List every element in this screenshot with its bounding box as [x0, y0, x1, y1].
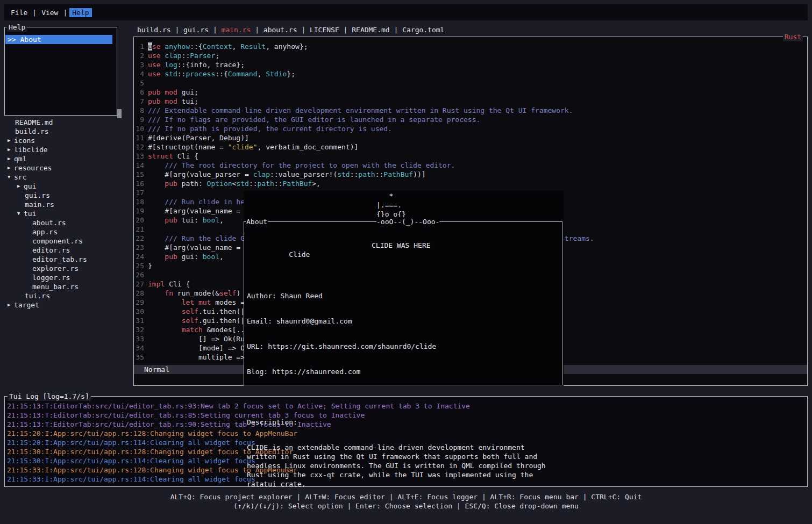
line-number: 7: [134, 97, 144, 106]
explorer-scrollbar-thumb[interactable]: [117, 109, 122, 118]
tab-separator: |: [390, 25, 402, 35]
line-number: 2: [134, 51, 144, 60]
tree-item-main-rs[interactable]: main.rs: [4, 200, 128, 209]
code-text: /// If no flags are provided, the GUI ed…: [148, 115, 480, 124]
tree-item-resources[interactable]: ▶resources: [4, 163, 128, 173]
line-number: 34: [134, 343, 144, 353]
line-number: 13: [134, 152, 144, 161]
help-menu-list: >> About: [5, 35, 117, 44]
line-number: 16: [134, 179, 144, 188]
code-text: #[arg(value_parser = clap::value_parser!…: [148, 170, 426, 179]
tab-about-rs[interactable]: about.rs: [263, 25, 297, 35]
line-number: 17: [134, 188, 144, 197]
tab-build-rs[interactable]: build.rs: [137, 25, 171, 35]
ascii-art-line: |.===.: [376, 200, 406, 210]
tree-item-component-rs[interactable]: component.rs: [4, 236, 128, 246]
tree-item-readme-md[interactable]: README.md: [4, 118, 128, 127]
about-description-heading: Description:: [247, 418, 559, 427]
about-email: Email: shaunrd0@gmail.com: [247, 317, 559, 326]
chevron-right-icon: ▶: [8, 154, 14, 163]
menu-separator: |: [32, 9, 37, 17]
tree-item-src[interactable]: ▼src: [4, 173, 128, 182]
line-number: 18: [134, 197, 144, 206]
tree-item-label: tui: [24, 209, 36, 218]
menu-separator: |: [63, 9, 67, 17]
line-number: 8: [134, 106, 144, 115]
tree-item-build-rs[interactable]: build.rs: [4, 127, 128, 136]
code-text: /// The root directory for the project t…: [148, 161, 455, 170]
tab-gui-rs[interactable]: gui.rs: [183, 25, 209, 35]
tree-item-label: component.rs: [32, 236, 83, 246]
tree-item-editor_tab-rs[interactable]: editor_tab.rs: [4, 255, 128, 264]
menu-item-help[interactable]: Help: [69, 8, 91, 17]
line-number: 25: [134, 261, 144, 270]
code-text: }: [148, 261, 152, 270]
tree-item-qml[interactable]: ▶qml: [4, 154, 128, 163]
code-line: 14 /// The root directory for the projec…: [134, 161, 807, 170]
line-number: 32: [134, 325, 144, 334]
menu-bar-items: File|View|Help: [8, 8, 92, 17]
file-tree: README.mdbuild.rs▶icons▶libclide▶qml▶res…: [4, 118, 128, 310]
line-number: 35: [134, 353, 144, 362]
code-text: match &modes[..] {: [148, 325, 258, 334]
line-number: 33: [134, 334, 144, 343]
tree-item-label: resources: [14, 163, 52, 173]
about-description-line: CLIDE is an extendable command-line driv…: [247, 443, 559, 452]
code-line: 7pub mod tui;: [134, 97, 807, 106]
tree-item-about-rs[interactable]: about.rs: [4, 218, 128, 227]
code-text: use log::{info, trace};: [148, 60, 245, 69]
line-number: 12: [134, 142, 144, 152]
mode-label: Normal: [144, 365, 169, 374]
tree-item-tui[interactable]: ▼tui: [4, 209, 128, 218]
tree-item-tui-rs[interactable]: tui.rs: [4, 291, 128, 300]
help-panel: Help >> About: [4, 27, 117, 116]
tree-item-label: icons: [14, 136, 35, 145]
tree-item-explorer-rs[interactable]: explorer.rs: [4, 264, 128, 273]
tab-separator: |: [251, 25, 263, 35]
about-description-line: Rust using the cxx-qt crate, while the T…: [247, 470, 559, 479]
menu-item-file[interactable]: File: [8, 8, 30, 17]
tab-cargo-toml[interactable]: Cargo.toml: [402, 25, 444, 35]
chevron-right-icon: ▶: [8, 145, 14, 154]
tree-item-app-rs[interactable]: app.rs: [4, 227, 128, 236]
tree-item-logger-rs[interactable]: logger.rs: [4, 273, 128, 282]
code-text: #[structopt(name = "clide", verbatim_doc…: [148, 142, 358, 152]
tree-item-label: explorer.rs: [32, 264, 79, 273]
tree-item-menu_bar-rs[interactable]: menu_bar.rs: [4, 282, 128, 291]
code-text: pub gui: bool,: [148, 252, 224, 261]
tree-item-gui[interactable]: ▶gui: [4, 182, 128, 191]
tab-separator: |: [339, 25, 352, 35]
about-description: CLIDE is an extendable command-line driv…: [247, 443, 559, 489]
about-dialog: *|.===.{}o o{} About -ooO--(_)--Ooo- Cli…: [244, 191, 564, 386]
editor-panel[interactable]: Rust 1use anyhow::{Context, Result, anyh…: [133, 37, 808, 386]
tree-item-icons[interactable]: ▶icons: [4, 136, 128, 145]
tab-readme-md[interactable]: README.md: [352, 25, 389, 35]
line-number: 31: [134, 316, 144, 325]
tree-item-label: logger.rs: [32, 273, 70, 282]
tree-item-editor-rs[interactable]: editor.rs: [4, 246, 128, 255]
code-text: pub path: Option<std::path::PathBuf>,: [148, 179, 320, 188]
tree-item-label: build.rs: [15, 127, 49, 136]
tree-item-label: gui.rs: [25, 191, 50, 200]
tree-item-label: gui: [24, 182, 36, 191]
tree-item-libclide[interactable]: ▶libclide: [4, 145, 128, 154]
about-content: Clide CLIDE WAS HERE Author: Shaun Reed …: [247, 225, 559, 505]
line-number: 6: [134, 88, 144, 97]
code-line: 11#[derive(Parser, Debug)]: [134, 133, 807, 142]
tab-license[interactable]: LICENSE: [310, 25, 339, 35]
chevron-right-icon: ▶: [8, 300, 14, 310]
code-line: 13struct Cli {: [134, 152, 807, 161]
about-name-row: Clide CLIDE WAS HERE: [247, 241, 559, 250]
line-number: 5: [134, 78, 144, 88]
tree-item-target[interactable]: ▶target: [4, 300, 128, 310]
menu-item-view[interactable]: View: [39, 8, 61, 17]
tree-item-gui-rs[interactable]: gui.rs: [4, 191, 128, 200]
menu-bar: File|View|Help: [4, 4, 808, 20]
help-menu-item[interactable]: >> About: [5, 35, 112, 44]
line-number: 26: [134, 270, 144, 279]
code-line: 5: [134, 78, 807, 88]
about-dialog-box: About -ooO--(_)--Ooo- Clide CLIDE WAS HE…: [244, 221, 562, 385]
tab-separator: |: [297, 25, 309, 35]
about-author: Author: Shaun Reed: [247, 291, 559, 300]
tab-main-rs[interactable]: main.rs: [222, 25, 251, 35]
